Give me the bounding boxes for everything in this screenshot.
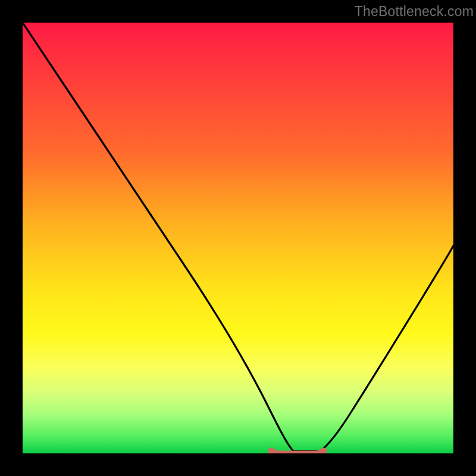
flat-optimum-segment <box>271 451 324 453</box>
watermark-text: TheBottleneck.com <box>355 4 474 20</box>
bottleneck-curve <box>23 23 453 451</box>
chart-frame: TheBottleneck.com <box>0 0 476 476</box>
chart-svg <box>23 23 453 453</box>
plot-area <box>23 23 453 453</box>
